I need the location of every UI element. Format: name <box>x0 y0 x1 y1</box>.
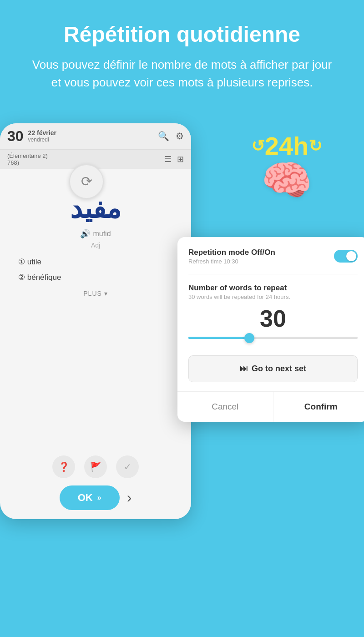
word-content: مفيد 🔊 mufid Adj ① utile ② bénéfique PLU… <box>0 183 191 306</box>
arrow-left-icon: ↺ <box>251 138 265 154</box>
plus-button[interactable]: PLUS ▾ <box>9 285 182 302</box>
phone-mockup: 30 22 février vendredi 🔍 ⚙ (Élémentaire … <box>0 123 191 519</box>
word-pronunciation: 🔊 mufid <box>9 229 182 239</box>
arrow-right-icon: ↻ <box>308 138 322 154</box>
word-type: Adj <box>9 242 182 249</box>
slider-fill <box>188 337 248 339</box>
repetition-dialog: Repetition mode Off/On Refresh time 10:3… <box>177 237 364 422</box>
phone-bottom-actions: ❓ 🚩 ✓ <box>0 451 191 483</box>
phone-date-line2: vendredi <box>28 136 56 143</box>
repetition-mode-subtitle: Refresh time 10:30 <box>188 258 275 265</box>
ok-button[interactable]: OK » <box>60 485 120 510</box>
slider-thumb[interactable] <box>244 333 254 343</box>
next-set-label: Go to next set <box>252 364 306 374</box>
confirm-button[interactable]: Confirm <box>273 392 364 422</box>
dialog-divider-1 <box>188 274 358 274</box>
action-check-button[interactable]: ✓ <box>116 455 139 478</box>
brain-illustration: ↺ 24h ↻ 🧠 <box>237 119 337 219</box>
speaker-icon[interactable]: 🔊 <box>80 229 90 239</box>
slider-track <box>188 337 358 339</box>
word-count-number: 30 <box>188 305 358 332</box>
phone-subtitle-bar: (Élémentaire 2) 768) ☰ ⊞ <box>0 150 191 169</box>
layout-icon[interactable]: ⊞ <box>177 154 184 164</box>
definition-1: ① utile <box>18 254 173 270</box>
next-set-icon: ⏭ <box>240 364 248 374</box>
dialog-footer: Cancel Confirm <box>177 391 364 422</box>
brain-icon: 🧠 <box>261 157 312 204</box>
settings-icon[interactable]: ⚙ <box>176 131 184 142</box>
content-area: ↺ 24h ↻ 🧠 30 22 février vendredi 🔍 ⚙ <box>0 110 364 542</box>
repetition-mode-row: Repetition mode Off/On Refresh time 10:3… <box>188 248 358 265</box>
hours-label: ↺ 24h ↻ <box>265 133 309 159</box>
ok-double-arrow: » <box>97 494 101 502</box>
phone-date-section: 30 22 février vendredi <box>7 128 56 145</box>
search-icon[interactable]: 🔍 <box>158 131 169 142</box>
phone-ok-area: OK » › <box>0 485 191 510</box>
phone-date-text: 22 février vendredi <box>28 129 56 143</box>
action-question-button[interactable]: ❓ <box>52 455 75 478</box>
words-section-subtitle: 30 words will be repeated for 24 hours. <box>188 293 358 300</box>
words-section: Number of words to repeat 30 words will … <box>188 283 358 346</box>
phone-subtitle-text: (Élémentaire 2) 768) <box>7 152 48 166</box>
repetition-mode-text: Repetition mode Off/On Refresh time 10:3… <box>188 248 275 265</box>
repeat-icon: ⟳ <box>81 173 92 189</box>
dialog-body: Repetition mode Off/On Refresh time 10:3… <box>177 237 364 382</box>
page-subtitle: Vous pouvez définir le nombre de mots à … <box>27 56 337 91</box>
cancel-button[interactable]: Cancel <box>177 392 273 422</box>
arabic-word: مفيد <box>9 192 182 224</box>
repetition-mode-title: Repetition mode Off/On <box>188 248 275 257</box>
word-definitions: ① utile ② bénéfique <box>9 254 182 285</box>
menu-icon[interactable]: ☰ <box>164 154 172 164</box>
action-flag-button[interactable]: 🚩 <box>84 455 107 478</box>
repeat-circle-button[interactable]: ⟳ <box>69 164 104 199</box>
header-section: Répétition quotidienne Vous pouvez défin… <box>0 0 364 105</box>
phone-day-number: 30 <box>7 128 24 145</box>
phone-date-line1: 22 février <box>28 129 56 136</box>
definition-2: ② bénéfique <box>18 270 173 285</box>
toggle-knob <box>346 251 356 261</box>
phone-top-icons: 🔍 ⚙ <box>158 131 184 142</box>
phone-top-bar: 30 22 février vendredi 🔍 ⚙ <box>0 123 191 150</box>
next-chevron-icon[interactable]: › <box>127 489 132 506</box>
phone-subtitle-icons: ☰ ⊞ <box>164 154 184 164</box>
repetition-toggle[interactable] <box>334 250 358 263</box>
words-section-title: Number of words to repeat <box>188 283 358 293</box>
pronunciation-text: mufid <box>93 230 111 238</box>
go-to-next-set-button[interactable]: ⏭ Go to next set <box>188 355 358 382</box>
word-count-slider[interactable] <box>188 337 358 346</box>
repetition-mode-section: Repetition mode Off/On Refresh time 10:3… <box>188 248 358 265</box>
page-title: Répétition quotidienne <box>27 23 337 47</box>
